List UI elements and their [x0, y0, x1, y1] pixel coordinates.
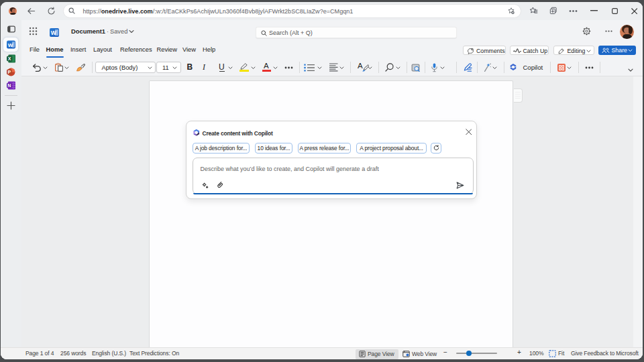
svg-text:W: W	[8, 42, 13, 48]
svg-text:P: P	[8, 70, 11, 74]
svg-text:N: N	[7, 83, 11, 88]
svg-text:W: W	[51, 29, 57, 36]
svg-text:X: X	[8, 56, 11, 61]
